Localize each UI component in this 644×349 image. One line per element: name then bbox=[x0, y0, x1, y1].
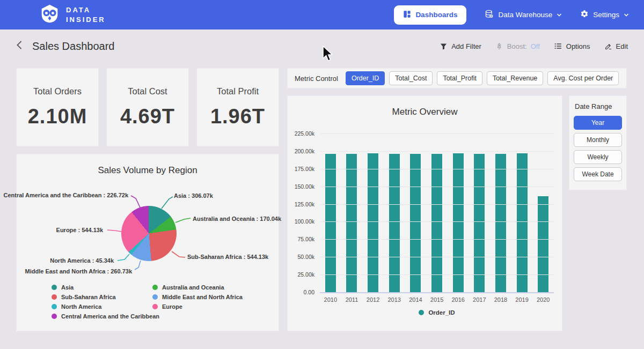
kpi-label: Total Cost bbox=[128, 86, 167, 96]
bar-2016[interactable] bbox=[453, 153, 464, 292]
metric-option-total-profit[interactable]: Total_Profit bbox=[437, 71, 482, 85]
sales-dashboard-screen: DATA INSIDER Dashboards bbox=[0, 0, 644, 349]
bar-2011[interactable] bbox=[346, 154, 357, 292]
y-axis-tick: 0.00 bbox=[288, 289, 314, 295]
boost-toggle[interactable]: Boost:Off bbox=[495, 42, 540, 50]
x-axis-label: 2016 bbox=[448, 296, 469, 303]
y-axis-tick: 225.00k bbox=[288, 130, 314, 137]
bar-chart-title: Metric Overview bbox=[288, 107, 562, 117]
bar-2019[interactable] bbox=[517, 153, 528, 292]
y-axis-tick: 125.00k bbox=[288, 201, 314, 207]
kpi-cards: Total Orders 2.10M Total Cost 4.69T Tota… bbox=[16, 68, 279, 146]
bar-2015[interactable] bbox=[431, 154, 442, 292]
pie-label-central-america-and-the-caribbean: Central America and the Caribbean : 226.… bbox=[3, 192, 128, 198]
pie-label-europe: Europe : 544.13k bbox=[56, 227, 103, 233]
x-axis-label: 2018 bbox=[490, 296, 511, 303]
database-icon bbox=[485, 10, 494, 20]
y-axis-tick: 50.00k bbox=[288, 254, 314, 260]
bar-2014[interactable] bbox=[410, 154, 421, 292]
chevron-down-icon bbox=[624, 12, 629, 18]
metric-option-avg-cost-per-order[interactable]: Avg. Cost per Order bbox=[547, 71, 619, 85]
kpi-value: 4.69T bbox=[120, 105, 175, 128]
gridline bbox=[320, 204, 554, 205]
pie-label-north-america: North America : 45.34k bbox=[50, 257, 114, 264]
dashboards-button[interactable]: Dashboards bbox=[394, 5, 466, 25]
brand-name: DATA INSIDER bbox=[66, 5, 106, 24]
options-list-icon bbox=[554, 42, 562, 50]
pie-label-asia: Asia : 306.07k bbox=[174, 192, 213, 199]
gridline bbox=[320, 187, 554, 187]
y-axis-tick: 100.00k bbox=[288, 218, 314, 225]
kpi-total-orders: Total Orders 2.10M bbox=[16, 68, 99, 146]
page-header: Sales Dashboard Add Filter Boost:Off bbox=[0, 29, 644, 63]
edit-button[interactable]: Edit bbox=[604, 42, 628, 50]
filter-funnel-icon bbox=[440, 42, 448, 50]
date-range-week-date[interactable]: Week Date bbox=[574, 167, 622, 181]
topbar: DATA INSIDER Dashboards bbox=[0, 0, 644, 29]
sales-volume-panel: Sales Volume by Region Asia : 306.07kAus… bbox=[16, 154, 279, 331]
legend-dot bbox=[52, 304, 57, 309]
legend-item-sub-saharan-africa: Sub-Saharan Africa bbox=[52, 294, 116, 300]
bar-2010[interactable] bbox=[325, 154, 336, 292]
gear-icon bbox=[580, 10, 589, 20]
settings-label: Settings bbox=[593, 11, 619, 19]
kpi-total-cost: Total Cost 4.69T bbox=[106, 68, 189, 146]
x-axis-label: 2019 bbox=[511, 296, 533, 303]
settings-menu[interactable]: Settings bbox=[580, 10, 629, 20]
x-axis-label: 2011 bbox=[341, 296, 363, 303]
legend-item-middle-east-and-north-africa: Middle East and North Africa bbox=[152, 294, 243, 300]
data-warehouse-menu[interactable]: Data Warehouse bbox=[485, 10, 562, 20]
metric-overview-panel: Metric Overview 201020112012201320142015… bbox=[287, 95, 562, 331]
dashboards-grid-icon bbox=[403, 10, 411, 20]
date-range-panel: Date Range YearMonthlyWeeklyWeek Date bbox=[569, 95, 627, 190]
back-button[interactable] bbox=[16, 40, 23, 52]
x-axis-label: 2013 bbox=[384, 296, 405, 303]
x-axis-label: 2012 bbox=[362, 296, 384, 303]
metric-option-total-cost[interactable]: Total_Cost bbox=[389, 71, 433, 85]
legend-item-central-america-and-the-caribbean: Central America and the Caribbean bbox=[52, 313, 159, 320]
gridline bbox=[320, 151, 554, 152]
date-range-year[interactable]: Year bbox=[574, 116, 622, 130]
pie-label-sub-saharan-africa: Sub-Saharan Africa : 544.13k bbox=[187, 254, 268, 260]
kpi-value: 1.96T bbox=[210, 105, 265, 128]
gridline bbox=[320, 274, 554, 275]
data-warehouse-label: Data Warehouse bbox=[498, 11, 552, 19]
rocket-icon bbox=[495, 42, 503, 50]
kpi-label: Total Orders bbox=[33, 86, 82, 96]
pie-label-middle-east-and-north-africa: Middle East and North Africa : 260.73k bbox=[25, 268, 132, 274]
metric-control-options: Order_IDTotal_CostTotal_ProfitTotal_Reve… bbox=[346, 71, 619, 85]
y-axis-tick: 175.00k bbox=[288, 166, 314, 172]
pencil-icon bbox=[604, 42, 612, 50]
bar-2018[interactable] bbox=[495, 154, 506, 292]
kpi-value: 2.10M bbox=[28, 105, 87, 128]
legend-item-north-america: North America bbox=[52, 303, 101, 310]
date-range-weekly[interactable]: Weekly bbox=[574, 150, 622, 164]
bar-2017[interactable] bbox=[474, 154, 485, 292]
legend-item-europe: Europe bbox=[152, 303, 182, 310]
legend-dot bbox=[419, 310, 424, 315]
legend-item-australia-and-oceania: Australia and Oceania bbox=[152, 284, 224, 291]
add-filter-button[interactable]: Add Filter bbox=[440, 42, 481, 50]
x-axis-label: 2015 bbox=[426, 296, 448, 303]
legend-dot bbox=[152, 304, 158, 309]
x-axis-line bbox=[320, 292, 554, 293]
gridline bbox=[320, 239, 554, 240]
bar-2012[interactable] bbox=[368, 153, 378, 292]
metric-control-bar: Metric Control Order_IDTotal_CostTotal_P… bbox=[287, 68, 627, 88]
y-axis-tick: 150.00k bbox=[288, 183, 314, 190]
pie-chart[interactable] bbox=[121, 206, 177, 261]
bar-2013[interactable] bbox=[389, 154, 400, 292]
bar-2020[interactable] bbox=[538, 196, 548, 292]
legend-label: Order_ID bbox=[428, 309, 455, 316]
metric-option-total-revenue[interactable]: Total_Revenue bbox=[487, 71, 543, 85]
y-axis-tick: 200.00k bbox=[288, 148, 314, 154]
legend-dot bbox=[152, 294, 158, 300]
metric-option-order-id[interactable]: Order_ID bbox=[346, 71, 385, 85]
date-range-monthly[interactable]: Monthly bbox=[574, 133, 622, 147]
chevron-down-icon bbox=[557, 12, 562, 18]
bar-chart-legend: Order_ID bbox=[320, 309, 554, 316]
legend-dot bbox=[152, 285, 158, 290]
pie-label-australia-and-oceania: Australia and Oceania : 170.04k bbox=[193, 216, 281, 222]
pie-chart-title: Sales Volume by Region bbox=[17, 165, 279, 176]
options-button[interactable]: Options bbox=[554, 42, 590, 50]
